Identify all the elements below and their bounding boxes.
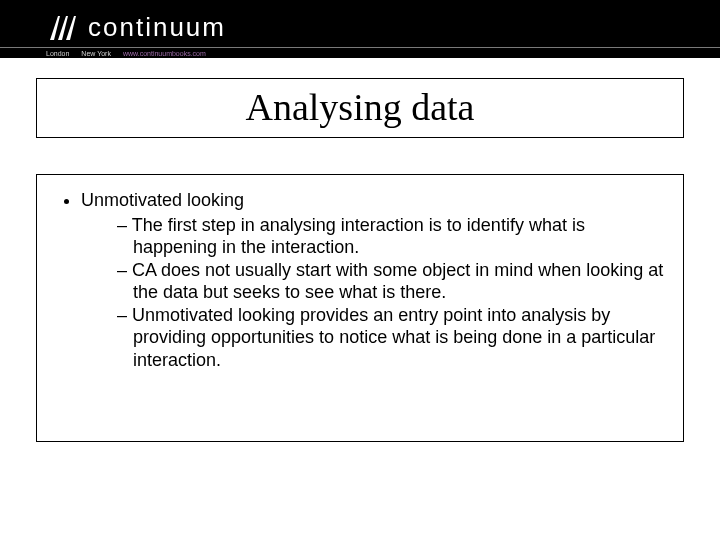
sub-bullet-list: The first step in analysing interaction … bbox=[81, 214, 665, 372]
subheader-city-2: New York bbox=[81, 50, 111, 57]
bullet-top: Unmotivated looking The first step in an… bbox=[81, 189, 665, 371]
sub-bullet: Unmotivated looking provides an entry po… bbox=[117, 304, 665, 372]
slide-header: continuum London New York www.continuumb… bbox=[0, 0, 720, 58]
header-subline: London New York www.continuumbooks.com bbox=[0, 48, 720, 58]
sub-bullet: The first step in analysing interaction … bbox=[117, 214, 665, 259]
sub-bullet: CA does not usually start with some obje… bbox=[117, 259, 665, 304]
svg-marker-0 bbox=[50, 16, 60, 40]
continuum-logo-icon bbox=[46, 10, 80, 44]
brand-name: continuum bbox=[88, 12, 226, 43]
subheader-url: www.continuumbooks.com bbox=[123, 50, 206, 57]
svg-marker-1 bbox=[58, 16, 68, 40]
slide-title: Analysing data bbox=[37, 85, 683, 129]
subheader-city-1: London bbox=[46, 50, 69, 57]
svg-marker-2 bbox=[66, 16, 76, 40]
bullet-top-text: Unmotivated looking bbox=[81, 190, 244, 210]
slide-title-box: Analysing data bbox=[36, 78, 684, 138]
brand-logo: continuum bbox=[46, 10, 226, 44]
slide-content-box: Unmotivated looking The first step in an… bbox=[36, 174, 684, 442]
bullet-list: Unmotivated looking The first step in an… bbox=[55, 189, 665, 371]
